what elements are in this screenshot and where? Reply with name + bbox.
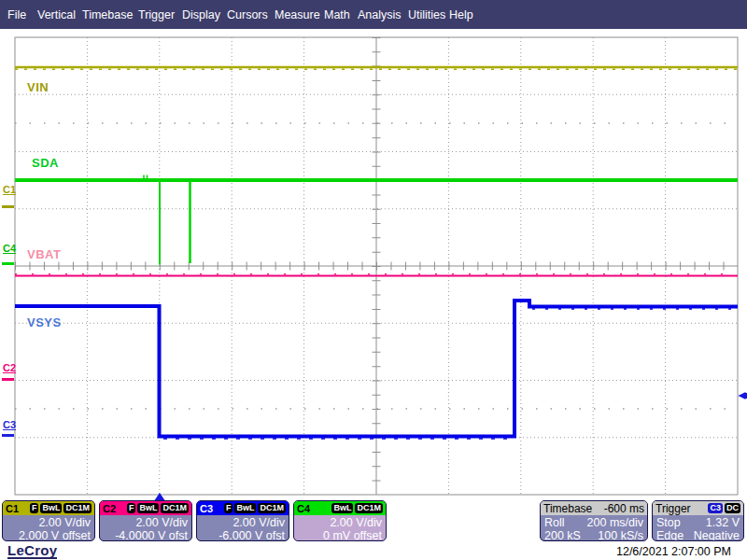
channel-marker-c1[interactable]: C1: [3, 184, 16, 195]
timebase-delay: -600 ms: [604, 502, 644, 515]
channel-c1-id: C1: [6, 503, 19, 514]
badge-trigger-coupling: DC: [725, 503, 740, 513]
trigger-level: 1.32 V: [706, 516, 740, 529]
trigger-badges: C3 DC: [708, 503, 740, 513]
channel-c3-badges: F BwL DC1M: [224, 503, 286, 513]
channel-c4-header: C4 BwL DC1M: [294, 501, 386, 515]
trace-label-sda: SDA: [32, 156, 59, 170]
badge-coupling: DC1M: [63, 503, 92, 513]
trigger-type: Edge: [656, 529, 684, 541]
channel-marker-c4[interactable]: C4: [3, 243, 16, 254]
datetime-display: 12/6/2021 2:07:00 PM: [616, 545, 731, 558]
timebase-title: Timebase: [543, 502, 592, 515]
timebase-scale: 200 ms/div: [587, 516, 643, 529]
badge-bandwidth-limit: BwL: [331, 503, 353, 513]
channel-zero-tick-c2: [2, 378, 14, 381]
trace-label-vin: VIN: [27, 80, 49, 94]
trace-label-vbat: VBAT: [27, 247, 61, 261]
lecroy-logo: LeCroy: [7, 543, 57, 559]
channel-c4-settings: 2.00 V/div 0 mV offset: [294, 515, 386, 541]
channel-c4-scale: 2.00 V/div: [298, 516, 382, 529]
trigger-slope: Negative: [694, 529, 740, 541]
badge-filter: F: [30, 503, 39, 513]
channel-marker-c3[interactable]: C3: [3, 419, 16, 430]
channel-c3-id: C3: [200, 503, 213, 514]
timebase-sample-rate: 100 kS/s: [598, 529, 643, 541]
channel-c1-offset: 2.000 V offset: [7, 529, 91, 541]
badge-coupling: DC1M: [258, 503, 286, 513]
channel-c2-badges: F BwL DC1M: [127, 503, 189, 513]
trigger-time-marker-icon[interactable]: [155, 493, 165, 500]
channel-c2-settings: 2.00 V/div -4.0000 V ofst: [100, 515, 191, 541]
trigger-level-marker-icon[interactable]: [739, 392, 747, 399]
channel-c4-offset: 0 mV offset: [298, 529, 382, 541]
timebase-header: Timebase -600 ms: [541, 501, 647, 515]
badge-bandwidth-limit: BwL: [40, 503, 62, 513]
trigger-header: Trigger C3 DC: [653, 501, 743, 515]
badge-bandwidth-limit: BwL: [137, 503, 159, 513]
badge-bandwidth-limit: BwL: [234, 503, 256, 513]
channel-c3-settings: 2.00 V/div -6.000 V ofst: [197, 515, 289, 541]
channel-c2-offset: -4.0000 V ofst: [104, 529, 188, 541]
timebase-settings: Roll 200 ms/div 200 kS 100 kS/s: [541, 515, 647, 541]
channel-c1-settings: 2.00 V/div 2.000 V offset: [3, 515, 94, 541]
channel-c3-header: C3 F BwL DC1M: [197, 501, 289, 515]
channel-c3-offset: -6.000 V ofst: [201, 529, 285, 541]
badge-coupling: DC1M: [355, 503, 383, 513]
channel-c1-badges: F BwL DC1M: [30, 503, 92, 513]
channel-c1-scale: 2.00 V/div: [7, 516, 91, 529]
badge-coupling: DC1M: [161, 503, 189, 513]
trigger-title: Trigger: [655, 502, 691, 515]
channel-descriptor-c3[interactable]: C3 F BwL DC1M 2.00 V/div -6.000 V ofst: [196, 500, 289, 541]
channel-descriptor-c1[interactable]: C1 F BwL DC1M 2.00 V/div 2.000 V offset: [2, 500, 95, 541]
channel-c4-id: C4: [297, 503, 310, 514]
trigger-settings: Stop 1.32 V Edge Negative: [653, 515, 743, 541]
channel-c2-scale: 2.00 V/div: [104, 516, 188, 529]
channel-zero-tick-c3: [2, 434, 14, 437]
channel-zero-tick-c1: [2, 205, 14, 208]
waveform-grid-svg: [0, 0, 747, 500]
timebase-mode: Roll: [544, 516, 565, 529]
trace-label-vsys: VSYS: [27, 315, 62, 329]
trigger-descriptor[interactable]: Trigger C3 DC Stop 1.32 V Edge Negative: [652, 500, 744, 541]
channel-descriptor-c2[interactable]: C2 F BwL DC1M 2.00 V/div -4.0000 V ofst: [99, 500, 192, 541]
graticule: [15, 37, 738, 495]
channel-c1-header: C1 F BwL DC1M: [3, 501, 94, 515]
channel-c3-scale: 2.00 V/div: [201, 516, 285, 529]
channel-c2-header: C2 F BwL DC1M: [100, 501, 191, 515]
channel-marker-c2[interactable]: C2: [3, 362, 16, 373]
trigger-state: Stop: [656, 516, 681, 529]
channel-c2-id: C2: [103, 503, 116, 514]
channel-c4-badges: BwL DC1M: [331, 503, 383, 513]
channel-descriptor-c4[interactable]: C4 BwL DC1M 2.00 V/div 0 mV offset: [293, 500, 387, 541]
badge-filter: F: [127, 503, 136, 513]
waveform-display-area: VIN SDA VBAT VSYS C1 C4 C2 C3: [0, 0, 747, 500]
badge-trigger-source: C3: [708, 503, 723, 513]
timebase-descriptor[interactable]: Timebase -600 ms Roll 200 ms/div 200 kS …: [540, 500, 648, 541]
badge-filter: F: [224, 503, 233, 513]
channel-zero-tick-c4: [2, 262, 14, 265]
timebase-samples: 200 kS: [544, 529, 581, 541]
